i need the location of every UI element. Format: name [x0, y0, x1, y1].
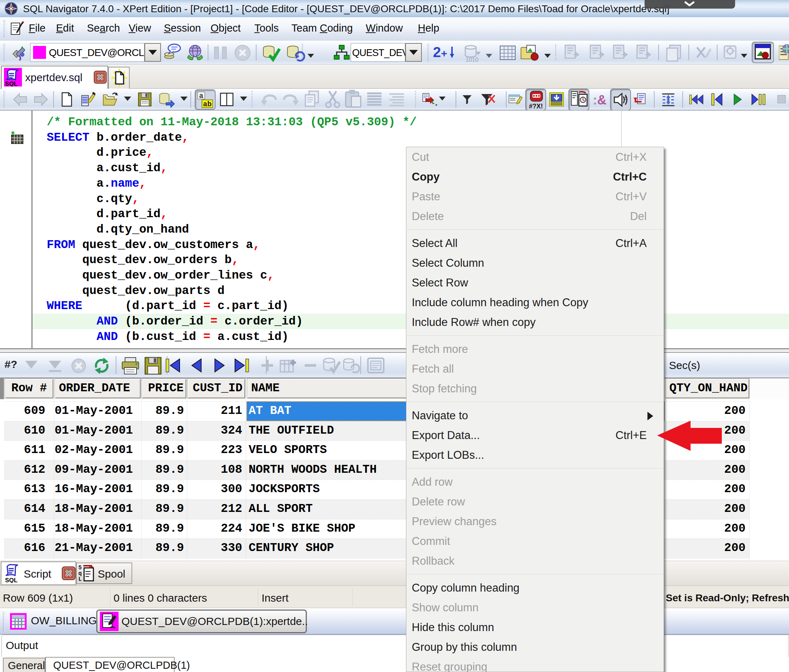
svg-text:SQL: SQL	[5, 80, 18, 86]
svg-text:1010: 1010	[466, 57, 479, 62]
svg-text:SQL: SQL	[5, 577, 18, 583]
svg-text:ab: ab	[203, 100, 212, 108]
svg-text:5: 5	[625, 96, 627, 101]
svg-text:L: L	[78, 576, 82, 582]
svg-text:a: a	[199, 92, 203, 100]
svg-text:#?X!: #?X!	[529, 103, 543, 109]
